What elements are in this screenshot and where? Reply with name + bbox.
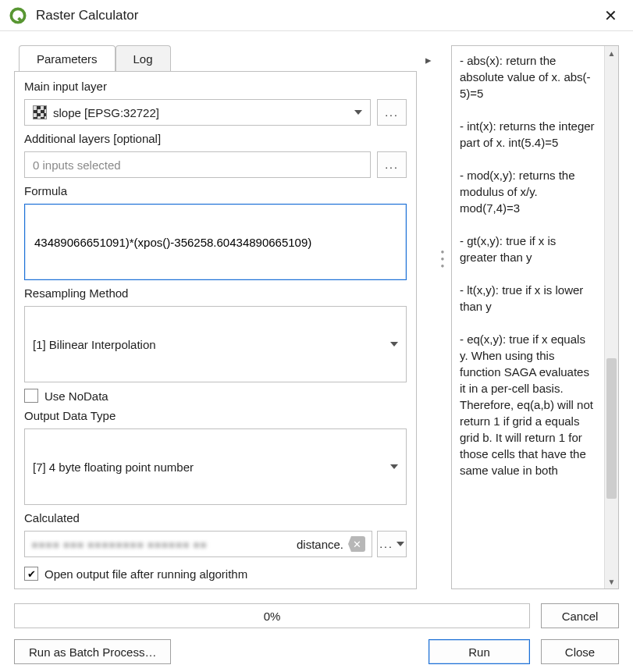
label-calculated: Calculated	[24, 511, 407, 524]
output-data-type-value: [7] 4 byte floating point number	[33, 460, 384, 474]
additional-layers-combo[interactable]: 0 inputs selected	[24, 151, 371, 178]
tab-log[interactable]: Log	[116, 45, 171, 72]
label-formula: Formula	[24, 184, 407, 197]
use-nodata-checkbox[interactable]	[24, 389, 38, 403]
help-scrollbar[interactable]: ▲ ▼	[604, 46, 618, 588]
label-open-output: Open output file after running algorithm	[44, 567, 247, 581]
close-button[interactable]: Close	[541, 639, 619, 664]
window-title: Raster Calculator	[36, 8, 598, 23]
raster-layer-icon	[33, 105, 47, 119]
help-text: - abs(x): return the absolute value of x…	[452, 46, 604, 588]
output-data-type-combo[interactable]: [7] 4 byte floating point number	[24, 428, 407, 505]
tab-parameters[interactable]: Parameters	[19, 45, 116, 72]
calculated-browse-label: ...	[379, 538, 393, 550]
run-as-batch-button[interactable]: Run as Batch Process…	[14, 639, 171, 664]
chevron-down-icon	[397, 542, 404, 546]
calculated-output-field[interactable]: ■■■■ ■■■ ■■■■■■■■ ■■■■■■ ■■ distance. ✕	[24, 531, 372, 557]
window-close-button[interactable]: ✕	[598, 3, 624, 28]
qgis-logo-icon	[9, 7, 27, 24]
titlebar: Raster Calculator ✕	[0, 0, 633, 31]
scrollbar-thumb[interactable]	[606, 358, 617, 499]
label-resampling-method: Resampling Method	[24, 286, 407, 300]
parameters-panel: Main input layer slope [EPSG:32722] ... …	[14, 71, 417, 589]
scroll-down-arrow-icon[interactable]: ▼	[605, 574, 618, 588]
label-output-data-type: Output Data Type	[24, 409, 407, 422]
additional-layers-value: 0 inputs selected	[33, 158, 362, 172]
progress-bar: 0%	[14, 603, 530, 628]
calculated-output-browse-button[interactable]: ...	[377, 531, 407, 557]
chevron-down-icon	[390, 464, 398, 469]
splitter-handle[interactable]: ●●●	[440, 45, 445, 589]
label-additional-layers: Additional layers [optional]	[24, 132, 407, 145]
chevron-down-icon	[390, 342, 398, 347]
formula-input[interactable]	[24, 204, 407, 280]
resampling-method-combo[interactable]: [1] Bilinear Interpolation	[24, 306, 407, 382]
tab-bar: Parameters Log	[14, 45, 417, 72]
formula-input-field[interactable]	[33, 235, 398, 250]
label-main-input-layer: Main input layer	[24, 80, 407, 93]
help-panel: - abs(x): return the absolute value of x…	[451, 45, 619, 589]
label-use-nodata: Use NoData	[44, 389, 108, 403]
main-input-layer-browse-button[interactable]: ...	[377, 99, 407, 126]
calculated-output-path: ■■■■ ■■■ ■■■■■■■■ ■■■■■■ ■■	[31, 538, 297, 551]
open-output-checkbox[interactable]	[24, 567, 38, 581]
cancel-button[interactable]: Cancel	[541, 603, 619, 628]
resampling-method-value: [1] Bilinear Interpolation	[33, 338, 384, 351]
clear-output-button[interactable]: ✕	[348, 536, 365, 552]
additional-layers-browse-button[interactable]: ...	[377, 151, 407, 178]
panel-collapse-arrow-icon[interactable]: ▸	[423, 45, 434, 589]
run-button[interactable]: Run	[429, 639, 530, 664]
chevron-down-icon	[354, 110, 362, 115]
calculated-output-suffix: distance.	[297, 538, 343, 551]
main-input-layer-value: slope [EPSG:32722]	[53, 106, 348, 119]
scroll-up-arrow-icon[interactable]: ▲	[605, 46, 618, 60]
progress-text: 0%	[264, 610, 281, 623]
main-input-layer-combo[interactable]: slope [EPSG:32722]	[24, 99, 371, 126]
